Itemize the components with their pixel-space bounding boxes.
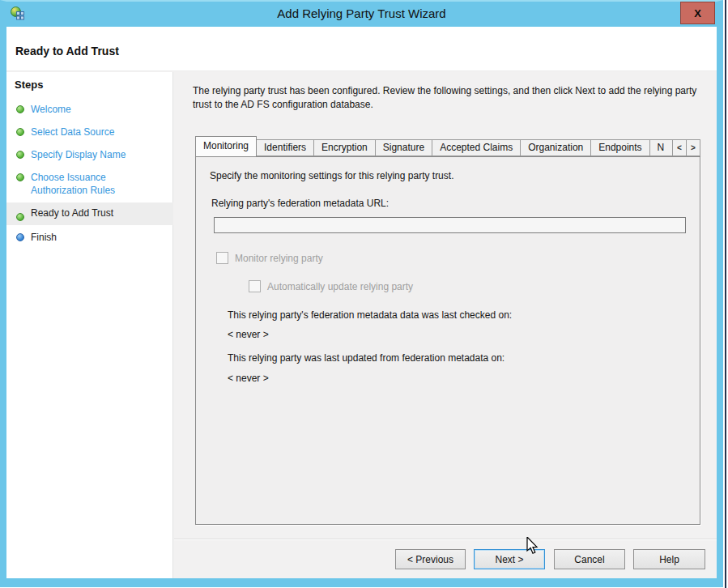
auto-update-relying-party-row: Automatically update relying party	[249, 280, 413, 292]
page-title: Ready to Add Trust	[15, 45, 119, 58]
tab-scroll-left-button[interactable]: <	[673, 139, 687, 156]
federation-metadata-url-input[interactable]	[214, 217, 686, 233]
window-title: Add Relying Party Trust Wizard	[6, 6, 717, 20]
steps-sidebar: Steps Welcome Select Data Source Specify…	[6, 72, 173, 578]
last-updated-value: < never >	[228, 373, 269, 384]
screen: Add Relying Party Trust Wizard X Ready t…	[0, 0, 728, 588]
tab-strip: Monitoring Identifiers Encryption Signat…	[195, 136, 700, 156]
window-body: Ready to Add Trust Steps Welcome Select …	[6, 27, 717, 578]
last-checked-value: < never >	[228, 329, 269, 340]
step-done-icon	[16, 105, 24, 113]
page-header: Ready to Add Trust	[6, 27, 717, 71]
footer-separator	[174, 539, 717, 540]
sidebar-item-label: Finish	[31, 231, 57, 244]
monitoring-intro-text: Specify the monitoring settings for this…	[210, 170, 453, 181]
last-updated-label: This relying party was last updated from…	[228, 352, 504, 364]
wizard-window: Add Relying Party Trust Wizard X Ready t…	[0, 0, 723, 587]
tab-organization[interactable]: Organization	[521, 139, 591, 156]
sidebar-item-choose-issuance-authorization-rules[interactable]: Choose Issuance Authorization Rules	[6, 171, 173, 197]
tab-endpoints[interactable]: Endpoints	[591, 139, 649, 156]
settings-tab-control: Monitoring Identifiers Encryption Signat…	[195, 136, 700, 525]
sidebar-item-label: Choose Issuance Authorization Rules	[31, 171, 128, 197]
background-window-edge	[723, 0, 728, 588]
close-icon: X	[694, 7, 701, 19]
sidebar-item-finish[interactable]: Finish	[6, 231, 173, 244]
steps-heading: Steps	[15, 79, 43, 91]
page-description: The relying party trust has been configu…	[193, 84, 715, 112]
sidebar-item-specify-display-name[interactable]: Specify Display Name	[6, 148, 173, 161]
sidebar-item-select-data-source[interactable]: Select Data Source	[6, 126, 173, 138]
tab-accepted-claims[interactable]: Accepted Claims	[432, 139, 521, 156]
main-panel: The relying party trust has been configu…	[174, 72, 717, 578]
sidebar-item-label: Select Data Source	[31, 126, 114, 138]
monitor-relying-party-row: Monitor relying party	[216, 252, 323, 264]
sidebar-item-label: Specify Display Name	[31, 148, 126, 161]
step-pending-icon	[16, 233, 24, 241]
tab-scroll-right-button[interactable]: >	[687, 139, 700, 156]
federation-metadata-url-label: Relying party's federation metadata URL:	[211, 198, 389, 209]
tab-encryption[interactable]: Encryption	[314, 139, 376, 156]
sidebar-item-label: Welcome	[31, 103, 71, 116]
mouse-cursor	[526, 537, 539, 558]
step-done-icon	[16, 213, 24, 221]
tab-identifiers[interactable]: Identifiers	[257, 139, 314, 156]
tab-signature[interactable]: Signature	[376, 139, 432, 156]
cancel-button[interactable]: Cancel	[554, 549, 625, 569]
sidebar-item-welcome[interactable]: Welcome	[6, 103, 173, 116]
step-done-icon	[16, 173, 24, 181]
tab-notes-truncated[interactable]: N	[650, 139, 673, 156]
sidebar-item-label: Ready to Add Trust	[31, 207, 113, 219]
sidebar-item-ready-to-add-trust[interactable]: Ready to Add Trust	[6, 202, 173, 225]
auto-update-relying-party-checkbox[interactable]	[249, 280, 261, 292]
checkbox-label: Monitor relying party	[235, 253, 323, 264]
step-done-icon	[16, 128, 24, 136]
previous-button[interactable]: < Previous	[395, 549, 466, 569]
monitor-relying-party-checkbox[interactable]	[216, 252, 228, 264]
monitoring-tab-panel: Specify the monitoring settings for this…	[195, 156, 700, 525]
tab-monitoring[interactable]: Monitoring	[195, 136, 257, 156]
titlebar: Add Relying Party Trust Wizard X	[6, 2, 717, 27]
step-done-icon	[16, 151, 24, 159]
help-button[interactable]: Help	[633, 549, 705, 569]
checkbox-label: Automatically update relying party	[267, 281, 413, 292]
last-checked-label: This relying party's federation metadata…	[228, 309, 512, 321]
close-button[interactable]: X	[680, 2, 715, 24]
